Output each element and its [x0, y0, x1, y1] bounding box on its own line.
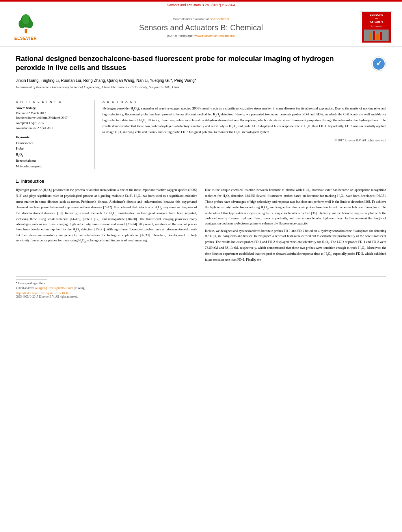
article-title-row: Rational designed benzochalcone-based fl…: [16, 54, 386, 73]
keywords-title: Keywords:: [16, 135, 88, 139]
history-title: Article history:: [16, 106, 88, 110]
svg-text:✓: ✓: [376, 59, 382, 67]
abstract-text: Hydrogen peroxide (H2O2), a member of re…: [102, 106, 386, 135]
article-info-col: A R T I C L E I N F O Article history: R…: [16, 100, 95, 169]
page-wrapper: Sensors and Actuators B 248 (2017) 257–2…: [0, 0, 402, 306]
article-title-text: Rational designed benzochalcone-based fl…: [16, 54, 371, 73]
available-date: Available online 2 April 2017: [16, 126, 88, 131]
sensors-logo-graphic: [368, 31, 384, 41]
journal-citation: Sensors and Actuators B 248 (2017) 257–2…: [0, 2, 402, 8]
author-jinxin: Jinxin Huang, Tingting Li, Ruonan Liu, R…: [16, 78, 170, 83]
journal-name: Sensors and Actuators B: Chemical: [43, 23, 359, 32]
svg-rect-7: [376, 34, 379, 40]
keyword-benzochalcone: Benzochalcone: [16, 158, 88, 163]
keyword-molecular-imaging: Molecular imaging: [16, 163, 88, 169]
article-content: Rational designed benzochalcone-based fl…: [0, 46, 402, 306]
svg-rect-0: [24, 29, 27, 33]
abstract-header: A B S T R A C T: [102, 100, 386, 104]
sensors-logo-box: SENSORS and AcTuators B: Chemical: [359, 11, 394, 43]
email-line: E-mail address: wangpeng159seu@hotmail.c…: [16, 286, 386, 290]
svg-rect-8: [380, 32, 382, 40]
copyright-line: © 2017 Elsevier B.V. All rights reserved…: [102, 139, 386, 142]
author-peng: Peng Wang: [174, 78, 195, 83]
intro-right-p2: Herein, we designed and synthesized two …: [205, 228, 386, 262]
doi-line[interactable]: http://dx.doi.org/10.1016/j.snb.2017.04.…: [16, 291, 386, 295]
divider-2: [16, 175, 386, 175]
keywords-section: Keywords: Fluorescence Probe H2O2 Benzoc…: [16, 135, 88, 169]
homepage-url[interactable]: www.elsevier.com/locate/snb: [194, 34, 234, 37]
sensors-logo: SENSORS and AcTuators B: Chemical: [361, 11, 392, 43]
journal-homepage: journal homepage: www.elsevier.com/locat…: [43, 34, 359, 37]
corresponding-note: * Corresponding authors.: [16, 282, 386, 285]
svg-rect-6: [373, 31, 375, 40]
accepted-date: Accepted 1 April 2017: [16, 121, 88, 126]
sciencedirect-link[interactable]: ScienceDirect: [210, 17, 229, 21]
svg-point-4: [22, 14, 29, 24]
affiliation: Department of Biomedical Engineering, Sc…: [16, 85, 386, 90]
elsevier-brand-text: ELSEVIER: [14, 36, 37, 41]
divider-1: [16, 96, 386, 96]
email-attribution: (P. Wang).: [74, 286, 86, 290]
journal-citation-text: Sensors and Actuators B 248 (2017) 257–2…: [167, 3, 235, 7]
body-section: Hydrogen peroxide (H2O2) produced in the…: [16, 187, 386, 265]
keyword-fluorescence: Fluorescence: [16, 140, 88, 146]
article-history: Article history: Received 2 March 2017 R…: [16, 106, 88, 131]
svg-rect-5: [369, 33, 372, 40]
sensors-logo-line2: and: [364, 17, 389, 20]
crossmark-icon[interactable]: ✓: [371, 56, 386, 71]
email-label: E-mail address:: [16, 286, 34, 290]
journal-header: ELSEVIER Contents lists available at Sci…: [0, 8, 402, 46]
body-col-right: Due to the unique chemical reaction betw…: [205, 187, 386, 265]
keyword-probe: Probe: [16, 146, 88, 151]
abstract-col: A B S T R A C T Hydrogen peroxide (H2O2)…: [102, 100, 386, 169]
intro-right-p1: Due to the unique chemical reaction betw…: [205, 187, 386, 226]
elsevier-logo: ELSEVIER: [8, 14, 43, 41]
journal-title-center: Contents lists available at ScienceDirec…: [43, 17, 359, 37]
sensors-logo-line3: AcTuators: [364, 20, 389, 24]
contents-available-text: Contents lists available at ScienceDirec…: [43, 17, 359, 21]
author-star-2: *: [195, 78, 196, 83]
intro-left-p1: Hydrogen peroxide (H2O2) produced in the…: [16, 187, 197, 244]
article-info-header: A R T I C L E I N F O: [16, 100, 88, 104]
sensors-logo-line1: SENSORS: [364, 13, 389, 17]
footer-section: * Corresponding authors. E-mail address:…: [16, 276, 386, 298]
two-col-section: A R T I C L E I N F O Article history: R…: [16, 100, 386, 169]
body-col-left: Hydrogen peroxide (H2O2) produced in the…: [16, 187, 197, 265]
section1-title: 1. Introduction: [16, 179, 386, 184]
email-link[interactable]: wangpeng159seu@hotmail.com: [35, 286, 73, 290]
issn-line: 0925-4005/© 2017 Elsevier B.V. All right…: [16, 295, 386, 298]
authors: Jinxin Huang, Tingting Li, Ruonan Liu, R…: [16, 78, 386, 83]
keyword-h2o2: H2O2: [16, 152, 88, 158]
elsevier-tree-icon: [15, 14, 37, 35]
received-revised-date: Received in revised form 29 March 2017: [16, 116, 88, 121]
sensors-logo-line4: B: Chemical: [364, 25, 389, 28]
received-date: Received 2 March 2017: [16, 111, 88, 116]
